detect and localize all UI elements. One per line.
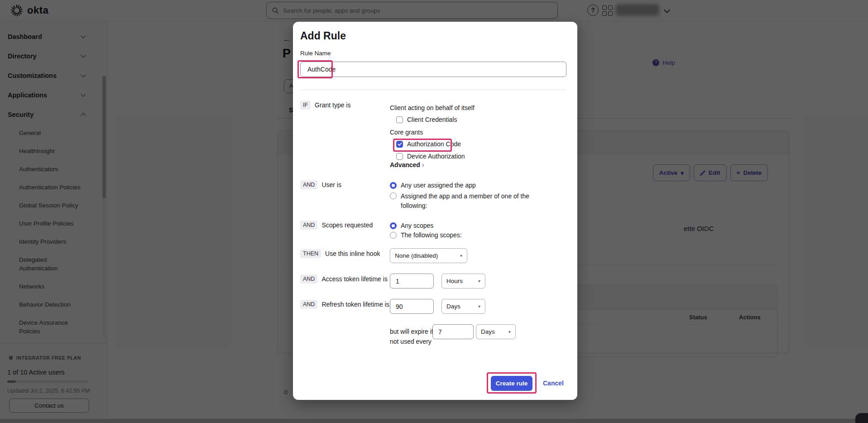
dialog-title: Add Rule [300, 30, 346, 42]
radio-unselected-icon[interactable] [390, 192, 397, 199]
corner-widget[interactable] [855, 413, 868, 423]
create-rule-button[interactable]: Create rule [491, 376, 532, 391]
client-credentials-option[interactable]: Client Credentials [396, 116, 457, 123]
and-badge: AND [300, 300, 317, 309]
advanced-link[interactable]: Advanced› [390, 161, 424, 168]
grant-group1-label: Client acting on behalf of itself [390, 104, 475, 111]
refresh-token-row: AND Refresh token lifetime is [300, 300, 389, 309]
and-badge: AND [300, 180, 317, 189]
radio-selected-icon[interactable] [390, 182, 397, 189]
expire-label-line1: but will expire if [390, 328, 433, 335]
cancel-button[interactable]: Cancel [543, 380, 564, 387]
refresh-token-value-input[interactable] [390, 299, 434, 314]
grant-type-label: Grant type is [315, 101, 350, 109]
access-token-value-input[interactable] [390, 274, 434, 288]
scopes-label: Scopes requested [321, 221, 373, 229]
caret-down-icon: ▾ [460, 249, 462, 263]
inline-hook-row: THEN Use this inline hook [300, 249, 380, 258]
scopes-row: AND Scopes requested [300, 221, 373, 230]
following-scopes-option[interactable]: The following scopes: [390, 231, 462, 239]
user-is-label: User is [321, 181, 341, 188]
refresh-token-unit-select[interactable]: Days ▾ [441, 299, 485, 314]
radio-unselected-icon[interactable] [390, 232, 397, 239]
inline-hook-select[interactable]: None (disabled) ▾ [390, 248, 467, 263]
access-token-row: AND Access token lifetime is [300, 274, 388, 284]
checkbox-unchecked-icon[interactable] [396, 116, 403, 123]
checkbox-checked-icon[interactable] [396, 141, 403, 148]
if-badge: IF [300, 101, 311, 110]
caret-down-icon: ▾ [508, 325, 511, 339]
access-token-label: Access token lifetime is [321, 275, 388, 283]
grant-type-row: IF Grant type is [300, 101, 350, 110]
expire-unit-select[interactable]: Days ▾ [476, 324, 516, 339]
add-rule-dialog: Add Rule Rule Name IF Grant type is Clie… [293, 22, 577, 400]
checkbox-unchecked-icon[interactable] [396, 153, 403, 160]
rule-name-input[interactable] [300, 62, 566, 77]
grant-group2-label: Core grants [390, 129, 423, 136]
and-badge: AND [300, 221, 317, 230]
radio-selected-icon[interactable] [390, 222, 397, 229]
authorization-code-option[interactable]: Authorization Code [396, 140, 461, 148]
access-token-unit-select[interactable]: Hours ▾ [441, 274, 485, 288]
user-is-row: AND User is [300, 180, 341, 189]
any-user-option[interactable]: Any user assigned the app [390, 182, 476, 189]
expire-value-input[interactable] [432, 324, 474, 339]
assigned-member-option[interactable]: Assigned the app and a member of one of … [390, 192, 541, 211]
expire-label-line2: not used every [390, 338, 432, 345]
any-scopes-option[interactable]: Any scopes [390, 222, 433, 229]
refresh-token-label: Refresh token lifetime is [321, 301, 389, 308]
caret-down-icon: ▾ [478, 274, 480, 288]
caret-down-icon: ▾ [478, 299, 480, 313]
device-authorization-option[interactable]: Device Authorization [396, 153, 465, 160]
then-badge: THEN [300, 249, 321, 258]
inline-hook-label: Use this inline hook [325, 250, 380, 257]
chevron-right-icon: › [422, 161, 424, 168]
rule-name-label: Rule Name [300, 50, 331, 57]
and-badge: AND [300, 274, 317, 284]
dialog-divider [300, 90, 566, 90]
